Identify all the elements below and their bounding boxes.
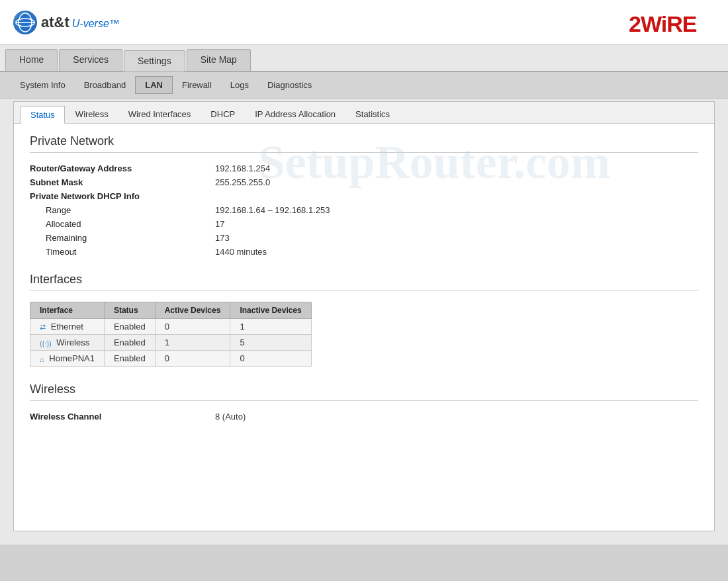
dhcp-info-header-label: Private Network DHCP Info bbox=[30, 191, 215, 201]
dhcp-allocated-value: 17 bbox=[215, 219, 224, 229]
dhcp-range-label: Range bbox=[30, 205, 215, 215]
att-brand-text: at&t bbox=[41, 14, 69, 31]
content-body: Private Network Router/Gateway Address 1… bbox=[30, 134, 698, 422]
att-logo-icon bbox=[13, 11, 37, 34]
router-gateway-label: Router/Gateway Address bbox=[30, 163, 215, 173]
tab-services[interactable]: Services bbox=[59, 49, 122, 71]
sub-navigation: Status Wireless Wired Interfaces DHCP IP… bbox=[14, 102, 714, 124]
ethernet-icon: ⇄ bbox=[40, 323, 46, 332]
dhcp-timeout-label: Timeout bbox=[30, 247, 215, 257]
col-status: Status bbox=[104, 302, 155, 319]
uverse-text: U-verse™ bbox=[72, 18, 120, 30]
twowire-logo: 2WiRE bbox=[629, 8, 715, 37]
wireless-icon: ((·)) bbox=[40, 339, 52, 347]
col-active-devices: Active Devices bbox=[155, 302, 230, 319]
homepna-inactive: 0 bbox=[230, 351, 311, 367]
subnav-ip-address[interactable]: IP Address Allocation bbox=[246, 106, 345, 123]
ethernet-status: Enabled bbox=[104, 319, 155, 335]
wireless-channel-value: 8 (Auto) bbox=[215, 412, 246, 422]
nav-lan[interactable]: LAN bbox=[135, 76, 173, 94]
wireless-name: Wireless bbox=[56, 337, 89, 347]
interfaces-section: Interfaces Interface Status Active Devic… bbox=[30, 273, 698, 367]
page-header: at&t U-verse™ 2WiRE bbox=[0, 0, 728, 45]
dhcp-info-header-row: Private Network DHCP Info bbox=[30, 191, 698, 201]
wireless-title: Wireless bbox=[30, 382, 698, 401]
main-content-panel: SetupRouter.com Status Wireless Wired In… bbox=[13, 101, 715, 531]
homepna-icon: ⌂ bbox=[40, 355, 44, 363]
main-navigation: Home Services Settings Site Map bbox=[0, 45, 728, 72]
svg-text:2WiRE: 2WiRE bbox=[629, 11, 697, 36]
tab-settings[interactable]: Settings bbox=[124, 50, 185, 72]
private-network-section: Private Network Router/Gateway Address 1… bbox=[30, 134, 698, 257]
subnav-dhcp[interactable]: DHCP bbox=[201, 106, 244, 123]
tab-sitemap[interactable]: Site Map bbox=[187, 49, 251, 71]
wireless-interface-cell: ((·)) Wireless bbox=[30, 335, 105, 351]
wireless-channel-row: Wireless Channel 8 (Auto) bbox=[30, 412, 698, 422]
second-navigation: System Info Broadband LAN Firewall Logs … bbox=[0, 72, 728, 99]
nav-system-info[interactable]: System Info bbox=[11, 77, 75, 93]
router-gateway-row: Router/Gateway Address 192.168.1.254 bbox=[30, 163, 698, 173]
wireless-active: 1 bbox=[155, 335, 230, 351]
subnav-wireless[interactable]: Wireless bbox=[66, 106, 118, 123]
table-row: ((·)) Wireless Enabled 1 5 bbox=[30, 335, 312, 351]
subnav-status[interactable]: Status bbox=[21, 106, 65, 124]
subnav-wired-interfaces[interactable]: Wired Interfaces bbox=[119, 106, 201, 123]
tab-home[interactable]: Home bbox=[5, 49, 58, 71]
dhcp-remaining-value: 173 bbox=[215, 233, 230, 243]
subnet-mask-label: Subnet Mask bbox=[30, 177, 215, 187]
wireless-inactive: 5 bbox=[230, 335, 311, 351]
dhcp-range-value: 192.168.1.64 – 192.168.1.253 bbox=[215, 205, 330, 215]
nav-broadband[interactable]: Broadband bbox=[75, 77, 136, 93]
content-area: System Info Broadband LAN Firewall Logs … bbox=[0, 72, 728, 545]
router-gateway-value: 192.168.1.254 bbox=[215, 163, 270, 173]
wireless-section: Wireless Wireless Channel 8 (Auto) bbox=[30, 382, 698, 422]
homepna-active: 0 bbox=[155, 351, 230, 367]
dhcp-remaining-label: Remaining bbox=[30, 233, 215, 243]
private-network-title: Private Network bbox=[30, 134, 698, 153]
col-inactive-devices: Inactive Devices bbox=[230, 302, 311, 319]
table-row: ⌂ HomePNA1 Enabled 0 0 bbox=[30, 351, 312, 367]
dhcp-timeout-row: Timeout 1440 minutes bbox=[30, 247, 698, 257]
nav-firewall[interactable]: Firewall bbox=[173, 77, 221, 93]
ethernet-interface-cell: ⇄ Ethernet bbox=[30, 319, 105, 335]
ethernet-active: 0 bbox=[155, 319, 230, 335]
homepna-status: Enabled bbox=[104, 351, 155, 367]
dhcp-allocated-label: Allocated bbox=[30, 219, 215, 229]
table-row: ⇄ Ethernet Enabled 0 1 bbox=[30, 319, 312, 335]
wireless-status: Enabled bbox=[104, 335, 155, 351]
dhcp-timeout-value: 1440 minutes bbox=[215, 247, 267, 257]
interfaces-title: Interfaces bbox=[30, 273, 698, 291]
ethernet-name: Ethernet bbox=[51, 322, 83, 332]
subnet-mask-value: 255.255.255.0 bbox=[215, 177, 270, 187]
nav-diagnostics[interactable]: Diagnostics bbox=[258, 77, 321, 93]
dhcp-allocated-row: Allocated 17 bbox=[30, 219, 698, 229]
homepna-name: HomePNA1 bbox=[49, 353, 95, 363]
subnav-statistics[interactable]: Statistics bbox=[346, 106, 399, 123]
col-interface: Interface bbox=[30, 302, 105, 319]
wireless-channel-label: Wireless Channel bbox=[30, 412, 215, 422]
subnet-mask-row: Subnet Mask 255.255.255.0 bbox=[30, 177, 698, 187]
homepna-interface-cell: ⌂ HomePNA1 bbox=[30, 351, 105, 367]
ethernet-inactive: 1 bbox=[230, 319, 311, 335]
dhcp-remaining-row: Remaining 173 bbox=[30, 233, 698, 243]
att-logo: at&t U-verse™ bbox=[13, 11, 120, 34]
dhcp-range-row: Range 192.168.1.64 – 192.168.1.253 bbox=[30, 205, 698, 215]
interfaces-table: Interface Status Active Devices Inactive… bbox=[30, 302, 312, 367]
nav-logs[interactable]: Logs bbox=[221, 77, 258, 93]
